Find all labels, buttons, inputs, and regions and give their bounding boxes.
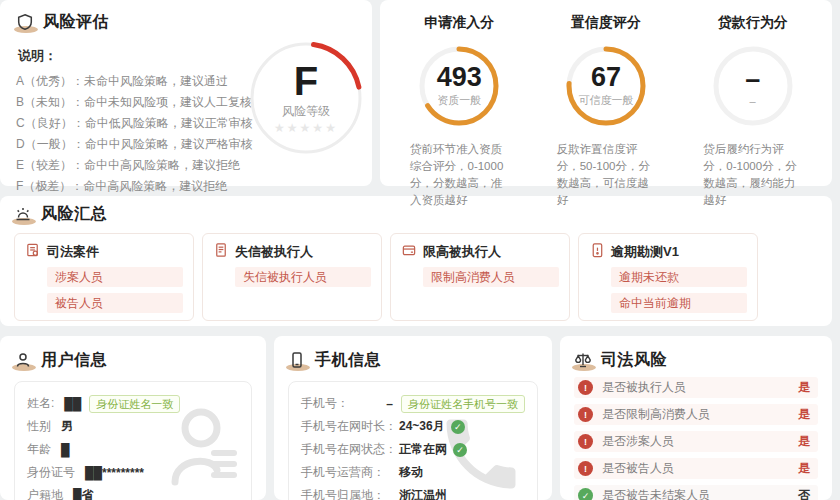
- summary-card-title: 逾期勘测V1: [611, 243, 679, 261]
- judicial-case-icon: [25, 242, 41, 261]
- summary-card-header: 限高被执行人: [401, 242, 559, 261]
- score-panels: 申请准入分493资质一般贷前环节准入资质综合评分，0-1000分，分数越高，准入…: [380, 0, 832, 186]
- score-title: 贷款行为分: [718, 14, 788, 32]
- score-panel-0: 申请准入分493资质一般贷前环节准入资质综合评分，0-1000分，分数越高，准入…: [386, 14, 533, 176]
- risk-tag: 逾期未还款: [611, 267, 747, 287]
- score-gauge: ––: [711, 44, 795, 128]
- info-label: 手机号在网时长：: [301, 418, 397, 435]
- score-center: ––: [711, 44, 795, 128]
- info-label: 手机号归属地：: [301, 487, 397, 500]
- info-value: 男: [61, 418, 73, 435]
- score-gauge: 493资质一般: [417, 44, 501, 128]
- judicial-risk-label: 是否被告未结案人员: [602, 487, 710, 500]
- score-center: 493资质一般: [417, 44, 501, 128]
- risk-summary-card-0[interactable]: 司法案件涉案人员被告人员: [14, 233, 194, 321]
- alert-icon: !: [578, 434, 593, 449]
- phone-info-panel: 手机信息 手机号：–身份证姓名手机号一致手机号在网时长：24~36月✓手机号在网…: [274, 336, 552, 500]
- risk-grade-value: F: [294, 61, 318, 101]
- match-badge: 身份证姓名一致: [89, 395, 180, 413]
- risk-grade-label: 风险等级: [282, 103, 330, 120]
- phone-info-title: 手机信息: [315, 350, 381, 371]
- score-gauge: 67可信度一般: [564, 44, 648, 128]
- score-subtitle: 可信度一般: [579, 93, 634, 108]
- info-value: –: [386, 397, 393, 411]
- judicial-risk-value: 是: [798, 433, 810, 450]
- info-value: 浙江温州: [399, 487, 447, 500]
- judicial-risk-label: 是否限制高消费人员: [602, 406, 710, 423]
- risk-tag: 失信被执行人员: [235, 267, 371, 287]
- info-label: 手机号运营商：: [301, 464, 397, 481]
- user-info-row: 年龄█: [27, 438, 239, 461]
- risk-tag: 被告人员: [47, 293, 183, 313]
- risk-tag: 命中当前逾期: [611, 293, 747, 313]
- judicial-risk-panel: 司法风险 !是否被执行人员是!是否限制高消费人员是!是否涉案人员是!是否被告人员…: [560, 336, 832, 500]
- person-icon: [14, 351, 34, 371]
- info-label: 手机号：: [301, 395, 384, 412]
- alert-icon: !: [578, 407, 593, 422]
- user-info-row: 姓名:██身份证姓名一致: [27, 392, 239, 415]
- info-value: ██*********: [85, 466, 144, 480]
- phone-info-row: 手机号归属地：浙江温州: [301, 484, 525, 500]
- judicial-risk-row: !是否涉案人员是: [574, 431, 818, 452]
- judicial-risk-row: !是否限制高消费人员是: [574, 404, 818, 425]
- score-subtitle: 资质一般: [437, 93, 481, 108]
- user-info-header: 用户信息: [14, 350, 252, 371]
- page-title: 风险评估: [43, 12, 109, 33]
- score-value: 493: [437, 64, 482, 91]
- info-label: 性别: [27, 418, 51, 435]
- user-info-panel: 用户信息 姓名:██身份证姓名一致性别男年龄█身份证号██*********户籍…: [0, 336, 266, 500]
- scale-icon: [574, 351, 594, 371]
- info-label: 年龄: [27, 441, 51, 458]
- judicial-risk-value: 否: [798, 487, 810, 500]
- info-value: █省: [73, 487, 94, 500]
- info-label: 户籍地: [27, 487, 63, 500]
- judicial-risk-row: !是否被执行人员是: [574, 377, 818, 398]
- alarm-icon: [14, 205, 34, 225]
- score-center: 67可信度一般: [564, 44, 648, 128]
- check-icon: ✓: [578, 488, 593, 500]
- info-value: 24~36月: [399, 418, 445, 435]
- risk-grade-stars: ★★★★★: [274, 121, 338, 135]
- check-icon: ✓: [453, 443, 467, 457]
- risk-tag: 涉案人员: [47, 267, 183, 287]
- info-label: 身份证号: [27, 464, 75, 481]
- user-info-row: 性别男: [27, 415, 239, 438]
- user-info-title: 用户信息: [41, 350, 107, 371]
- info-label: 姓名:: [27, 395, 54, 412]
- judicial-risk-label: 是否被执行人员: [602, 379, 686, 396]
- risk-assessment-panel: 风险评估 说明： A（优秀）：未命中风险策略，建议通过B（未知）：命中未知风险项…: [0, 0, 372, 186]
- risk-tag: 限制高消费人员: [423, 267, 559, 287]
- score-panel-2: 贷款行为分––贷后履约行为评分，0-1000分，分数越高，履约能力越好: [679, 14, 826, 176]
- judicial-risk-title: 司法风险: [601, 350, 667, 371]
- risk-summary-panel: 风险汇总 司法案件涉案人员被告人员失信被执行人失信被执行人员限高被执行人限制高消…: [0, 196, 832, 326]
- phone-info-row: 手机号在网状态：正常在网✓: [301, 438, 525, 461]
- alert-icon: !: [578, 461, 593, 476]
- summary-card-header: 逾期勘测V1: [589, 242, 747, 261]
- alert-icon: !: [578, 380, 593, 395]
- info-label: 手机号在网状态：: [301, 441, 397, 458]
- phone-info-row: 手机号在网时长：24~36月✓: [301, 415, 525, 438]
- judicial-risk-row: !是否被告人员是: [574, 458, 818, 479]
- risk-summary-card-2[interactable]: 限高被执行人限制高消费人员: [390, 233, 570, 321]
- risk-summary-card-1[interactable]: 失信被执行人失信被执行人员: [202, 233, 382, 321]
- score-subtitle: –: [750, 95, 756, 107]
- judicial-risk-header: 司法风险: [574, 350, 818, 371]
- mobile-phone-icon: [288, 351, 308, 371]
- judicial-risk-label: 是否被告人员: [602, 460, 674, 477]
- bottom-row: 用户信息 姓名:██身份证姓名一致性别男年龄█身份证号██*********户籍…: [0, 336, 840, 500]
- phone-info-row: 手机号运营商：移动: [301, 461, 525, 484]
- info-value: 正常在网: [399, 441, 447, 458]
- judicial-risk-value: 是: [798, 406, 810, 423]
- risk-summary-card-3[interactable]: 逾期勘测V1逾期未还款命中当前逾期: [578, 233, 758, 321]
- overdue-detect-icon: [589, 242, 605, 261]
- judicial-risk-row: ✓是否被告未结案人员否: [574, 485, 818, 500]
- consumption-restricted-icon: [401, 242, 417, 261]
- score-value: 67: [591, 64, 621, 91]
- score-description: 贷前环节准入资质综合评分，0-1000分，分数越高，准入资质越好: [386, 141, 533, 209]
- judicial-risk-list: !是否被执行人员是!是否限制高消费人员是!是否涉案人员是!是否被告人员是✓是否被…: [574, 377, 818, 500]
- summary-card-title: 失信被执行人: [235, 243, 313, 261]
- phone-info-row: 手机号：–身份证姓名手机号一致: [301, 392, 525, 415]
- risk-summary-cards: 司法案件涉案人员被告人员失信被执行人失信被执行人员限高被执行人限制高消费人员逾期…: [14, 233, 818, 321]
- score-title: 申请准入分: [424, 14, 494, 32]
- judicial-risk-value: 是: [798, 379, 810, 396]
